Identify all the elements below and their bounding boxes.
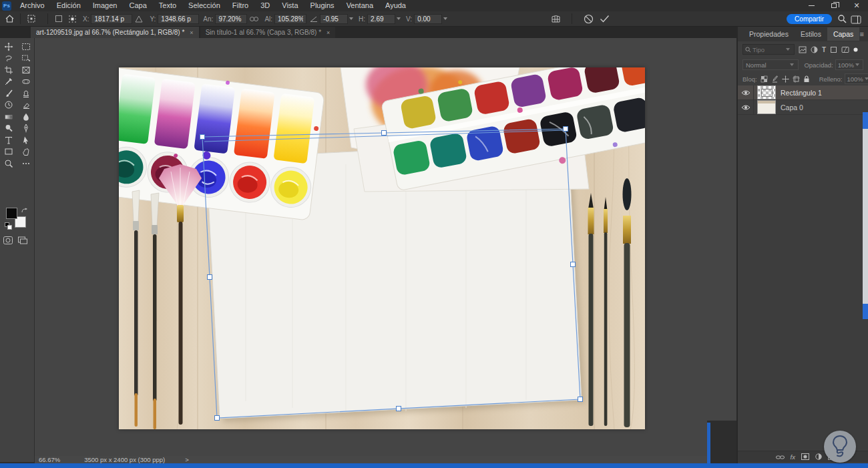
close-button[interactable]: ✕ (845, 0, 868, 11)
hand-tool-icon[interactable] (17, 146, 35, 158)
toggle-reference-point-icon[interactable] (52, 13, 65, 25)
gradient-tool-icon[interactable] (0, 111, 17, 123)
zoom-tool-icon[interactable] (0, 158, 17, 170)
menu-archivo[interactable]: Archivo (14, 0, 51, 11)
foreground-color-swatch[interactable] (6, 208, 17, 219)
transform-handle-bottom-left[interactable] (215, 416, 220, 421)
filter-smart-object-icon[interactable] (841, 46, 849, 53)
blend-mode-select[interactable]: Normal (742, 59, 799, 70)
filter-shape-icon[interactable] (830, 46, 837, 53)
layer-name[interactable]: Rectángulo 1 (781, 89, 822, 97)
photoshop-logo-icon[interactable]: Ps (2, 1, 11, 11)
layer-row-rectangulo-1[interactable]: Rectángulo 1 (738, 85, 868, 100)
cancel-transform-icon[interactable] (582, 13, 595, 25)
move-tool-icon[interactable] (0, 41, 17, 53)
swap-colors-icon[interactable] (21, 206, 29, 218)
menu-ventana[interactable]: Ventana (341, 0, 379, 11)
path-selection-tool-icon[interactable] (17, 134, 35, 146)
warp-mode-icon[interactable] (549, 13, 562, 25)
brush-tool-icon[interactable] (0, 87, 17, 99)
link-layers-icon[interactable] (776, 451, 785, 463)
relative-position-icon[interactable] (132, 13, 146, 25)
document-canvas[interactable] (119, 67, 645, 429)
commit-transform-icon[interactable] (598, 13, 611, 25)
menu-capa[interactable]: Capa (123, 0, 152, 11)
default-colors-icon[interactable] (5, 222, 9, 227)
menu-plugins[interactable]: Plugins (304, 0, 341, 11)
vskew-input[interactable] (414, 14, 442, 24)
transform-handle-middle-right[interactable] (571, 262, 576, 267)
layer-style-icon[interactable]: fx (791, 453, 795, 461)
discover-help-bulb[interactable] (824, 431, 856, 463)
layer-row-capa-0[interactable]: Capa 0 (738, 100, 868, 115)
eyedropper-tool-icon[interactable] (0, 76, 17, 88)
transform-handle-bottom-right[interactable] (578, 397, 583, 402)
layer-thumbnail[interactable] (758, 86, 775, 99)
layer-thumbnail[interactable] (758, 101, 775, 113)
menu-3d[interactable]: 3D (254, 0, 276, 11)
lock-position-icon[interactable] (782, 75, 789, 83)
history-brush-tool-icon[interactable] (0, 99, 17, 111)
filter-image-icon[interactable] (799, 46, 807, 53)
fill-field[interactable]: 100% (845, 73, 868, 84)
transform-handle-top-left[interactable] (200, 135, 205, 140)
tab-propiedades[interactable]: Propiedades (743, 27, 795, 41)
layer-visibility-toggle[interactable] (738, 85, 754, 99)
crop-tool-icon[interactable] (0, 64, 17, 76)
restore-button[interactable] (823, 0, 845, 11)
opacity-field[interactable]: 100% (835, 59, 863, 70)
filter-adjustment-icon[interactable] (811, 46, 818, 53)
menu-ayuda[interactable]: Ayuda (379, 0, 412, 11)
status-chevron[interactable]: > (185, 456, 189, 463)
layer-search-box[interactable] (742, 44, 795, 55)
workspace-switcher-icon[interactable] (851, 15, 861, 27)
layer-visibility-toggle[interactable] (738, 100, 754, 114)
type-tool-icon[interactable] (0, 134, 17, 146)
filter-type-icon[interactable]: T (822, 46, 826, 53)
minimize-button[interactable] (800, 0, 823, 11)
menu-filtro[interactable]: Filtro (226, 0, 254, 11)
hskew-input[interactable] (367, 14, 395, 24)
hskew-caret-icon[interactable] (397, 17, 401, 20)
lock-pixels-icon[interactable] (771, 75, 779, 83)
document-tab-inactive[interactable]: Sin título-1 al 66.7% (Capa 3, RGB/8) * … (200, 27, 336, 38)
lock-artboard-icon[interactable] (793, 75, 800, 83)
transform-handle-top-right[interactable] (564, 127, 568, 132)
transform-handle-middle-left[interactable] (208, 275, 212, 280)
current-tool-icon[interactable] (25, 13, 38, 25)
clone-stamp-tool-icon[interactable] (17, 87, 35, 99)
y-input[interactable] (158, 14, 199, 24)
menu-imagen[interactable]: Imagen (87, 0, 124, 11)
canvas-pasteboard[interactable] (35, 38, 736, 456)
lock-all-icon[interactable] (803, 75, 810, 83)
menu-vista[interactable]: Vista (276, 0, 304, 11)
add-mask-icon[interactable] (801, 451, 809, 463)
layer-search-input[interactable] (751, 46, 785, 53)
tab-close-icon[interactable]: × (190, 29, 193, 36)
menu-texto[interactable]: Texto (153, 0, 182, 11)
rotation-caret-icon[interactable] (349, 17, 353, 20)
eraser-tool-icon[interactable] (17, 99, 35, 111)
reference-point-locator-icon[interactable] (65, 13, 79, 25)
transform-handle-top-center[interactable] (382, 131, 387, 136)
tab-close-icon[interactable]: × (327, 29, 330, 36)
tab-estilos[interactable]: Estilos (795, 27, 827, 41)
rectangle-tool-icon[interactable] (0, 146, 17, 158)
layer-name[interactable]: Capa 0 (781, 103, 803, 111)
screen-mode-icon[interactable] (17, 236, 28, 248)
panel-menu-icon[interactable]: ≡ (860, 30, 864, 38)
healing-brush-tool-icon[interactable] (17, 76, 35, 88)
link-dimensions-icon[interactable] (247, 13, 260, 25)
tab-capas[interactable]: Capas (827, 27, 859, 41)
menu-edicion[interactable]: Edición (51, 0, 87, 11)
width-input[interactable] (215, 14, 247, 24)
share-button[interactable]: Compartir (787, 14, 832, 24)
height-input[interactable] (274, 14, 306, 24)
menu-seleccion[interactable]: Selección (182, 0, 226, 11)
rectangular-marquee-tool-icon[interactable] (17, 41, 35, 53)
more-tools-icon[interactable] (17, 158, 35, 170)
search-icon[interactable] (837, 14, 847, 26)
transform-handle-bottom-center[interactable] (397, 407, 401, 411)
dodge-tool-icon[interactable] (0, 123, 17, 135)
filter-toggle-icon[interactable] (853, 47, 858, 52)
